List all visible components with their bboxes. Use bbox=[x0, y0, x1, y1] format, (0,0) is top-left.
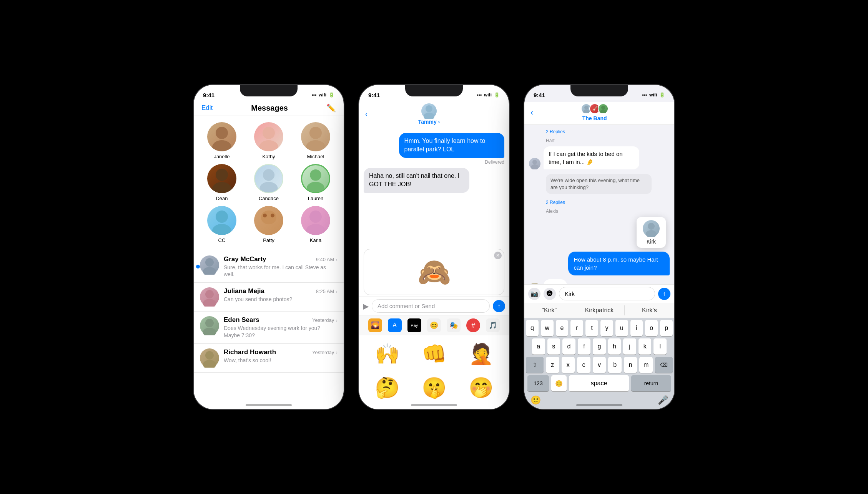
autocomplete-kirkpatrick[interactable]: Kirkpatrick bbox=[574, 305, 624, 315]
key-e[interactable]: e bbox=[556, 320, 569, 336]
memoji-4[interactable]: 🤔 bbox=[365, 372, 409, 403]
conversation-list: Gray McCarty 9:40 AM › Sure, that works … bbox=[194, 251, 344, 373]
close-memoji[interactable]: ✕ bbox=[494, 252, 502, 259]
key-space[interactable]: space bbox=[569, 375, 629, 391]
key-o[interactable]: o bbox=[645, 320, 658, 336]
contact-karla[interactable]: Karla bbox=[294, 206, 337, 243]
contact-kathy[interactable]: Kathy bbox=[248, 122, 290, 159]
memoji-6[interactable]: 🤭 bbox=[459, 372, 503, 403]
replies-2-text: 2 Replies bbox=[546, 200, 565, 205]
group-back-button[interactable]: ‹ bbox=[530, 108, 533, 118]
memoji-5[interactable]: 🤫 bbox=[412, 372, 456, 403]
key-d[interactable]: d bbox=[562, 338, 575, 355]
msg-row-work: Work bbox=[529, 279, 670, 284]
conv-gray-mccarty[interactable]: Gray McCarty 9:40 AM › Sure, that works … bbox=[194, 251, 344, 283]
key-backspace[interactable]: ⌫ bbox=[655, 357, 673, 373]
send-button-chat[interactable]: ↑ bbox=[493, 300, 505, 312]
contact-name-karla: Karla bbox=[310, 237, 321, 243]
key-i[interactable]: i bbox=[630, 320, 643, 336]
key-w[interactable]: w bbox=[541, 320, 554, 336]
conv-time-juliana: 8:25 AM › bbox=[316, 288, 338, 295]
key-shift[interactable]: ⇧ bbox=[526, 357, 544, 373]
edit-button[interactable]: Edit bbox=[201, 104, 213, 112]
replies-1[interactable]: 2 Replies bbox=[546, 128, 670, 135]
contact-cc[interactable]: CC bbox=[201, 206, 243, 243]
svg-point-1 bbox=[212, 140, 231, 151]
key-return[interactable]: return bbox=[631, 375, 671, 391]
unread-dot bbox=[196, 265, 200, 269]
conv-preview-gray: Sure, that works for me. I can call Stev… bbox=[224, 264, 338, 278]
memoji-toolbar-btn[interactable]: 😊 bbox=[427, 318, 441, 332]
group-send-button[interactable]: ↑ bbox=[658, 288, 670, 300]
expand-button[interactable]: ▶ bbox=[363, 302, 369, 311]
contact-circles: Janelle Kathy Michael bbox=[194, 116, 344, 251]
suggestion-popup[interactable]: Kirk bbox=[637, 217, 666, 248]
conv-content-eden: Eden Sears Yesterday › Does Wednesday ev… bbox=[224, 316, 338, 338]
apps-btn[interactable]: 🅐 bbox=[544, 288, 556, 300]
key-q[interactable]: q bbox=[526, 320, 539, 336]
key-t[interactable]: t bbox=[585, 320, 598, 336]
key-v[interactable]: v bbox=[593, 357, 606, 373]
contact-michael[interactable]: Michael bbox=[294, 122, 337, 159]
memoji-1[interactable]: 🙌 bbox=[365, 338, 409, 369]
memoji-3[interactable]: 🤦 bbox=[459, 338, 503, 369]
camera-btn[interactable]: 📷 bbox=[528, 288, 540, 300]
key-c[interactable]: c bbox=[577, 357, 590, 373]
phone-2: 9:41 ▪▪▪ wifi 🔋 ‹ Tammy › bbox=[359, 85, 509, 409]
key-z[interactable]: z bbox=[546, 357, 559, 373]
conv-name-gray: Gray McCarty bbox=[224, 255, 266, 263]
key-p[interactable]: p bbox=[660, 320, 673, 336]
contact-janelle[interactable]: Janelle bbox=[201, 122, 243, 159]
contact-dean[interactable]: Dean bbox=[201, 164, 243, 201]
group-contact-center[interactable]: 🎸 The Band bbox=[581, 103, 609, 121]
svg-point-32 bbox=[600, 109, 606, 113]
conv-richard[interactable]: Richard Howarth Yesterday › Wow, that's … bbox=[194, 344, 344, 373]
back-button[interactable]: ‹ bbox=[365, 110, 367, 118]
animoji-toolbar-btn[interactable]: 🎭 bbox=[447, 318, 461, 332]
replies-2[interactable]: 2 Replies bbox=[546, 199, 670, 206]
music-toolbar-btn[interactable]: 🎵 bbox=[486, 318, 500, 332]
svg-point-31 bbox=[601, 106, 605, 109]
contact-candace[interactable]: Candace bbox=[248, 164, 290, 201]
applepay-toolbar-btn[interactable]: Pay bbox=[407, 318, 421, 332]
key-y[interactable]: y bbox=[600, 320, 613, 336]
msg-avatar-hart bbox=[529, 158, 540, 169]
avatar-candace bbox=[254, 164, 283, 193]
key-k[interactable]: k bbox=[639, 338, 652, 355]
key-f[interactable]: f bbox=[578, 338, 591, 355]
key-h[interactable]: h bbox=[608, 338, 621, 355]
contact-center[interactable]: Tammy › bbox=[418, 103, 440, 125]
mic-icon[interactable]: 🎤 bbox=[658, 395, 668, 405]
key-g[interactable]: g bbox=[593, 338, 606, 355]
key-l[interactable]: l bbox=[653, 338, 667, 355]
sender-hart: Hart bbox=[546, 138, 670, 143]
memoji-2[interactable]: 👊 bbox=[412, 338, 456, 369]
compose-button[interactable]: ✏️ bbox=[326, 103, 336, 113]
delivered-status: Delivered bbox=[364, 159, 504, 165]
key-n[interactable]: n bbox=[624, 357, 637, 373]
emoji-icon[interactable]: 🙂 bbox=[530, 395, 541, 405]
contact-lauren[interactable]: Lauren bbox=[294, 164, 337, 201]
key-emoji[interactable]: 😊 bbox=[551, 375, 567, 391]
key-x[interactable]: x bbox=[562, 357, 575, 373]
autocomplete-kirks[interactable]: Kirk's bbox=[625, 305, 674, 315]
key-m[interactable]: m bbox=[639, 357, 653, 373]
hashtag-toolbar-btn[interactable]: # bbox=[466, 318, 480, 332]
svg-point-25 bbox=[205, 351, 214, 360]
conv-juliana[interactable]: Juliana Mejia 8:25 AM › Can you send tho… bbox=[194, 283, 344, 312]
key-b[interactable]: b bbox=[608, 357, 622, 373]
key-r[interactable]: r bbox=[570, 320, 583, 336]
conv-eden[interactable]: Eden Sears Yesterday › Does Wednesday ev… bbox=[194, 312, 344, 343]
key-s[interactable]: s bbox=[547, 338, 560, 355]
autocomplete-kirk-quoted[interactable]: "Kirk" bbox=[524, 305, 574, 315]
chat-input-field[interactable]: Add comment or Send bbox=[372, 299, 490, 313]
key-u[interactable]: u bbox=[615, 320, 628, 336]
key-123[interactable]: 123 bbox=[527, 375, 549, 391]
appstore-toolbar-btn[interactable]: A bbox=[388, 318, 402, 332]
chat-input-row: ▶ Add comment or Send ↑ bbox=[359, 297, 509, 315]
photos-toolbar-btn[interactable]: 🌄 bbox=[368, 318, 382, 332]
key-a[interactable]: a bbox=[532, 338, 545, 355]
key-j[interactable]: j bbox=[623, 338, 636, 355]
contact-patty[interactable]: Patty bbox=[248, 206, 290, 243]
group-input-field[interactable]: Kirk bbox=[559, 287, 655, 300]
